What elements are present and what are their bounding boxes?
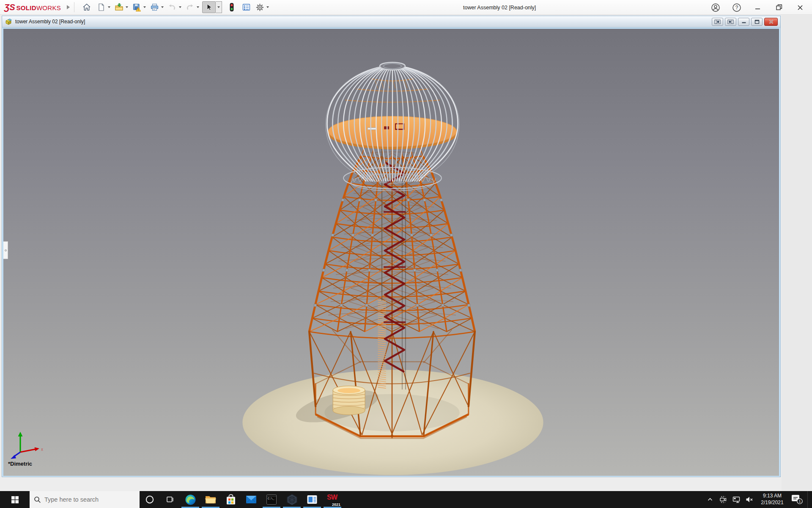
volume-muted-icon [745,495,754,504]
redo-button[interactable] [184,1,195,13]
doc-close-button[interactable] [764,18,778,26]
undo-icon [168,3,176,11]
chevron-down-icon[interactable] [161,6,164,8]
select-cursor-icon [205,3,213,11]
featuremanager-collapsed-tab[interactable] [3,241,8,259]
svg-text:?: ? [735,5,738,11]
properties-list-icon [242,3,251,11]
news-app-icon [307,494,318,505]
file-properties-button[interactable] [241,1,252,13]
chevron-down-icon[interactable] [197,6,199,8]
toolbar-separator [74,2,74,12]
taskbar-app-news[interactable] [302,491,322,508]
tower-assembly-model[interactable] [3,29,779,476]
selection-filter-button[interactable] [226,1,237,13]
assembly-document-icon [5,18,13,25]
action-center-icon: 1 [791,494,804,505]
solidworks-logo-mark-icon: ƷS [4,3,15,12]
viewport-3d[interactable]: x *Dimetric [3,29,779,476]
orientation-triad: x [10,430,46,462]
solidworks-logo: ƷS SOLID WORKS [4,3,61,12]
chevron-down-icon[interactable] [179,6,181,8]
windows-taskbar: C:\_ SW 2021 [0,491,812,508]
doc-minimize-button[interactable] [738,18,749,26]
hexagon-app-icon [286,494,298,505]
search-icon [34,496,41,503]
taskbar-app-edge[interactable] [180,491,200,508]
minimize-button[interactable] [753,3,763,13]
clock-date: 2/19/2021 [757,500,787,506]
ethernet-network-icon [732,495,741,504]
open-button[interactable] [113,1,124,13]
chevron-down-icon[interactable] [143,6,146,8]
quick-access-toolbar [81,1,272,13]
restore-icon [776,4,783,11]
pane-right-button[interactable] [725,18,736,26]
action-center-button[interactable]: 1 [790,491,804,508]
notification-badge: 1 [798,499,801,503]
taskbar-app-store[interactable] [221,491,241,508]
volume-button[interactable] [744,491,754,508]
redo-icon [186,3,194,11]
solidworks-app-icon: SW 2021 [326,493,339,506]
app-titlebar: ƷS SOLID WORKS [0,0,812,15]
file-explorer-icon [205,494,217,505]
task-view-button[interactable] [160,491,180,508]
help-button[interactable]: ? [732,3,742,13]
svg-text:C:\_: C:\_ [268,497,274,500]
taskbar-app-mail[interactable] [241,491,261,508]
help-icon: ? [732,3,741,12]
restore-button[interactable] [774,3,784,13]
chevron-up-icon [707,496,713,503]
new-document-button[interactable] [96,1,107,13]
taskbar-app-command-prompt[interactable]: C:\_ [261,491,282,508]
save-icon [132,3,141,12]
select-tool-button[interactable] [202,1,216,13]
account-icon [711,3,720,12]
pane-left-button[interactable] [712,18,723,26]
pane-grip-icon [5,249,7,251]
chevron-down-icon [217,6,220,8]
chevron-down-icon[interactable] [108,6,110,8]
chevron-down-icon[interactable] [266,6,269,8]
doc-close-icon [768,19,774,24]
task-pane-gutter [782,15,812,491]
select-tool-dropdown[interactable] [216,1,222,13]
print-button[interactable] [149,1,160,13]
print-icon [150,3,159,11]
home-icon [82,3,91,11]
options-button[interactable] [254,1,265,13]
gear-icon [255,3,264,12]
account-button[interactable] [710,3,721,13]
breadcrumb-arrow-icon[interactable] [67,5,70,9]
minimize-icon [754,4,761,11]
system-tray: 9:13 AM 2/19/2021 1 [705,491,812,508]
close-button[interactable] [795,3,805,13]
search-input[interactable] [44,496,125,503]
meet-now-button[interactable] [718,491,728,508]
document-titlebar[interactable]: tower Assembly 02 [Read-only] [2,16,780,28]
taskbar-app-edrawings[interactable] [282,491,302,508]
taskbar-app-file-explorer[interactable] [200,491,221,508]
tray-overflow-button[interactable] [705,491,715,508]
store-icon [225,494,236,505]
doc-restore-icon [754,19,760,24]
save-button[interactable] [131,1,142,13]
taskbar-app-solidworks[interactable]: SW 2021 [322,491,343,508]
cortana-button[interactable] [140,491,160,508]
close-icon [797,4,804,11]
start-button[interactable] [0,491,30,508]
show-desktop-button[interactable] [807,491,809,508]
chevron-down-icon[interactable] [126,6,128,8]
cortana-icon [145,495,154,504]
doc-restore-button[interactable] [751,18,763,26]
app-title: tower Assembly 02 [Read-only] [463,0,536,15]
taskbar-search[interactable] [30,491,140,508]
mail-icon [245,494,257,505]
network-button[interactable] [731,491,741,508]
windows-logo-icon [11,496,19,503]
undo-button[interactable] [167,1,178,13]
home-button[interactable] [81,1,92,13]
document-title: tower Assembly 02 [Read-only] [15,19,85,25]
taskbar-clock[interactable]: 9:13 AM 2/19/2021 [757,493,787,506]
